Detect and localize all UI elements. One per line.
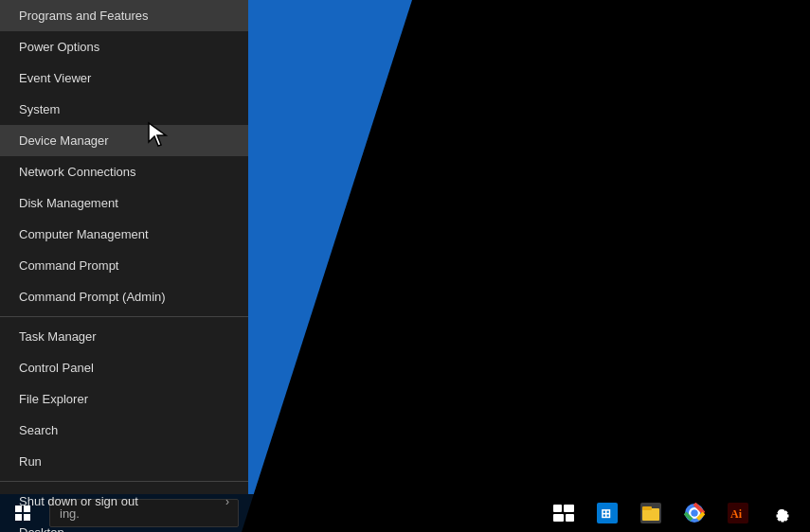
chrome-icon[interactable] xyxy=(674,494,715,532)
menu-item-label-device-manager: Device Manager xyxy=(19,133,109,148)
menu-item-search[interactable]: Search xyxy=(0,415,248,446)
illustrator-icon[interactable]: Ai xyxy=(717,494,759,532)
settings-icon[interactable] xyxy=(761,494,802,532)
taskbar-pinned-icons: ⊞ A xyxy=(543,494,810,532)
menu-divider xyxy=(0,316,248,317)
svg-rect-7 xyxy=(553,514,564,522)
menu-item-label-control-panel: Control Panel xyxy=(19,361,94,375)
menu-item-device-manager[interactable]: Device Manager xyxy=(0,125,248,156)
menu-item-label-command-prompt: Command Prompt xyxy=(19,258,118,273)
menu-item-label-search: Search xyxy=(19,423,58,437)
svg-rect-6 xyxy=(564,505,574,512)
task-view-button[interactable] xyxy=(543,494,585,532)
menu-item-disk-management[interactable]: Disk Management xyxy=(0,187,248,219)
menu-item-run[interactable]: Run xyxy=(0,446,248,477)
menu-item-label-shut-down: Shut down or sign out xyxy=(19,494,138,508)
menu-item-command-prompt[interactable]: Command Prompt xyxy=(0,250,248,281)
menu-item-label-computer-management: Computer Management xyxy=(19,227,149,241)
menu-item-programs-features[interactable]: Programs and Features xyxy=(0,0,248,31)
menu-item-system[interactable]: System xyxy=(0,94,248,125)
menu-item-power-options[interactable]: Power Options xyxy=(0,31,248,62)
desktop-diagonal-shape xyxy=(242,0,810,532)
store-icon[interactable]: ⊞ xyxy=(586,494,628,532)
svg-text:Ai: Ai xyxy=(730,507,743,521)
menu-item-label-programs-features: Programs and Features xyxy=(19,9,149,23)
menu-item-label-task-manager: Task Manager xyxy=(19,329,97,344)
menu-divider xyxy=(0,481,248,482)
svg-text:⊞: ⊞ xyxy=(601,506,611,521)
menu-item-control-panel[interactable]: Control Panel xyxy=(0,352,248,383)
svg-rect-5 xyxy=(553,505,562,512)
menu-item-label-system: System xyxy=(19,102,60,116)
menu-item-label-power-options: Power Options xyxy=(19,40,99,54)
svg-rect-13 xyxy=(642,506,652,510)
menu-item-label-desktop: Desktop xyxy=(19,525,64,532)
svg-rect-8 xyxy=(566,514,574,522)
submenu-arrow-shut-down: › xyxy=(225,495,229,508)
menu-item-computer-management[interactable]: Computer Management xyxy=(0,219,248,250)
menu-item-file-explorer[interactable]: File Explorer xyxy=(0,383,248,415)
menu-item-shut-down[interactable]: Shut down or sign out› xyxy=(0,486,248,517)
menu-item-label-run: Run xyxy=(19,454,42,469)
menu-item-task-manager[interactable]: Task Manager xyxy=(0,321,248,352)
menu-item-network-connections[interactable]: Network Connections xyxy=(0,156,248,187)
menu-item-label-file-explorer: File Explorer xyxy=(19,392,88,406)
menu-item-desktop[interactable]: Desktop xyxy=(0,517,248,532)
menu-item-label-disk-management: Disk Management xyxy=(19,196,118,210)
menu-item-label-network-connections: Network Connections xyxy=(19,165,136,179)
winx-menu: Programs and FeaturesPower OptionsEvent … xyxy=(0,0,248,494)
file-explorer-icon[interactable] xyxy=(630,494,672,532)
menu-item-command-prompt-admin[interactable]: Command Prompt (Admin) xyxy=(0,281,248,312)
svg-point-17 xyxy=(692,510,698,517)
menu-item-label-event-viewer: Event Viewer xyxy=(19,71,91,85)
menu-item-label-command-prompt-admin: Command Prompt (Admin) xyxy=(19,290,166,304)
menu-item-event-viewer[interactable]: Event Viewer xyxy=(0,62,248,94)
